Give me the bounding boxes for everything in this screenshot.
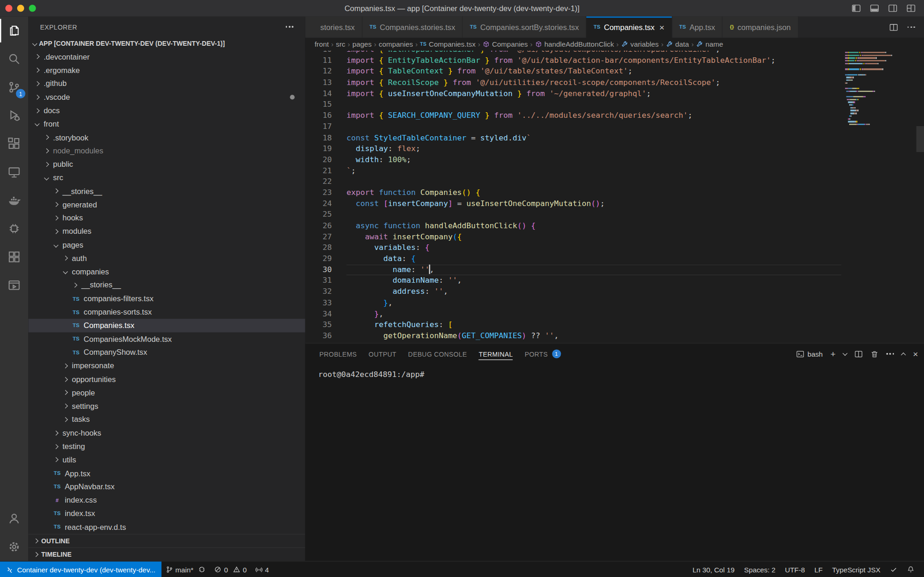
problems-indicator[interactable]: 0 0	[210, 562, 250, 577]
tree-file-App.tsx[interactable]: TSApp.tsx	[28, 467, 305, 480]
toggle-panel-icon[interactable]	[870, 4, 879, 13]
split-terminal-icon[interactable]	[854, 350, 863, 358]
tree-folder-.storybook[interactable]: .storybook	[28, 131, 305, 144]
tree-folder-people[interactable]: people	[28, 386, 305, 399]
tab-Companies.tsx[interactable]: TSCompanies.tsx×	[587, 17, 672, 38]
language-indicator[interactable]: TypeScript JSX	[827, 562, 885, 577]
source-control-activity-button[interactable]: 1	[0, 73, 28, 101]
search-activity-button[interactable]	[0, 45, 28, 73]
explorer-more-actions-icon[interactable]	[286, 26, 293, 27]
tree-file-react-app-env.d.ts[interactable]: TSreact-app-env.d.ts	[28, 520, 305, 534]
close-window-button[interactable]	[5, 5, 12, 12]
tree-folder-.github[interactable]: .github	[28, 77, 305, 91]
breadcrumb-variables[interactable]: variables	[621, 40, 659, 49]
tree-folder-companies[interactable]: companies	[28, 265, 305, 279]
minimize-window-button[interactable]	[17, 5, 24, 12]
timeline-section-header[interactable]: TIMELINE	[28, 547, 305, 561]
settings-activity-button[interactable]	[0, 533, 28, 561]
panel-tab-problems[interactable]: PROBLEMS	[314, 344, 363, 364]
run-debug-activity-button[interactable]	[0, 101, 28, 129]
tree-folder-utils[interactable]: utils	[28, 453, 305, 467]
explorer-activity-button[interactable]	[0, 17, 28, 45]
customize-layout-icon[interactable]	[906, 4, 916, 13]
tree-folder-public[interactable]: public	[28, 158, 305, 171]
code-line-29[interactable]: 29 data: {	[305, 254, 924, 265]
tree-folder-auth[interactable]: auth	[28, 252, 305, 265]
zoom-window-button[interactable]	[29, 5, 36, 12]
code-line-17[interactable]: 17	[305, 121, 924, 133]
tree-folder-testing[interactable]: testing	[28, 440, 305, 453]
tab-Companies.sortBy.stories.tsx[interactable]: TSCompanies.sortBy.stories.tsx	[463, 17, 587, 38]
code-line-28[interactable]: 28 variables: {	[305, 243, 924, 254]
preview-extension-activity-button[interactable]	[0, 271, 28, 299]
tree-folder-.ergomake[interactable]: .ergomake	[28, 63, 305, 77]
code-line-10[interactable]: 10import { WithTopBarContainer } from '@…	[305, 51, 924, 55]
notifications-button[interactable]	[902, 562, 919, 577]
terminal-profile[interactable]: bash	[796, 350, 822, 358]
editor-scrollbar-thumb[interactable]	[916, 126, 924, 152]
breadcrumb-src[interactable]: src	[336, 40, 345, 49]
code-line-31[interactable]: 31 domainName: '',	[305, 275, 924, 286]
code-line-22[interactable]: 22	[305, 176, 924, 188]
maximize-panel-icon[interactable]	[901, 352, 906, 357]
code-line-18[interactable]: 18const StyledTableContainer = styled.di…	[305, 132, 924, 143]
tree-file-CompanyShow.tsx[interactable]: TSCompanyShow.tsx	[28, 346, 305, 359]
breadcrumb-pages[interactable]: pages	[353, 40, 372, 49]
code-line-23[interactable]: 23export function Companies() {	[305, 188, 924, 199]
tree-folder-.devcontainer[interactable]: .devcontainer	[28, 50, 305, 63]
toggle-secondary-sidebar-icon[interactable]	[888, 4, 897, 13]
code-line-15[interactable]: 15	[305, 99, 924, 110]
code-line-27[interactable]: 27 await insertCompany({	[305, 231, 924, 243]
tree-folder-generated[interactable]: generated	[28, 198, 305, 211]
tree-folder-src[interactable]: src	[28, 171, 305, 184]
tree-file-CompaniesMockMode.tsx[interactable]: TSCompaniesMockMode.tsx	[28, 332, 305, 346]
code-line-36[interactable]: 36 getOperationName(GET_COMPANIES) ?? ''…	[305, 330, 924, 341]
breadcrumb-handleAddButtonClick[interactable]: handleAddButtonClick	[535, 40, 614, 49]
tree-file-index.tsx[interactable]: TSindex.tsx	[28, 507, 305, 520]
code-line-14[interactable]: 14import { useInsertOneCompanyMutation }…	[305, 88, 924, 99]
tree-file-companies-sorts.tsx[interactable]: TScompanies-sorts.tsx	[28, 305, 305, 319]
breadcrumb-data[interactable]: data	[666, 40, 689, 49]
breadcrumb-name[interactable]: name	[696, 40, 723, 49]
close-tab-icon[interactable]: ×	[659, 23, 664, 31]
breadcrumb-front[interactable]: front	[315, 40, 329, 49]
tree-folder-modules[interactable]: modules	[28, 225, 305, 238]
tab-App.tsx[interactable]: TSApp.tsx	[672, 17, 723, 38]
code-line-21[interactable]: 21`;	[305, 165, 924, 176]
code-line-33[interactable]: 33 },	[305, 298, 924, 309]
panel-tab-output[interactable]: OUTPUT	[363, 344, 402, 364]
code-line-13[interactable]: 13import { RecoilScope } from '@/ui/util…	[305, 77, 924, 88]
tree-file-AppNavbar.tsx[interactable]: TSAppNavbar.tsx	[28, 480, 305, 493]
close-panel-icon[interactable]: ×	[913, 349, 918, 358]
extensions-activity-button[interactable]	[0, 130, 28, 158]
grid-extension-activity-button[interactable]	[0, 243, 28, 271]
code-line-20[interactable]: 20 width: 100%;	[305, 154, 924, 165]
code-line-24[interactable]: 24 const [insertCompany] = useInsertOneC…	[305, 198, 924, 209]
tree-folder-sync-hooks[interactable]: sync-hooks	[28, 426, 305, 440]
tree-folder-settings[interactable]: settings	[28, 399, 305, 413]
code-line-12[interactable]: 12import { TableContext } from '@/ui/tab…	[305, 66, 924, 77]
tab-stories.tsx[interactable]: stories.tsx	[305, 17, 363, 38]
code-line-19[interactable]: 19 display: flex;	[305, 143, 924, 154]
code-line-26[interactable]: 26 async function handleAddButtonClick()…	[305, 220, 924, 231]
eol-indicator[interactable]: LF	[809, 562, 827, 577]
tree-file-index.css[interactable]: #index.css	[28, 493, 305, 507]
tree-folder-front[interactable]: front	[28, 117, 305, 131]
tab-Companies.stories.tsx[interactable]: TSCompanies.stories.tsx	[362, 17, 462, 38]
tree-folder-tasks[interactable]: tasks	[28, 413, 305, 426]
tree-folder-docs[interactable]: docs	[28, 104, 305, 117]
tree-file-Companies.tsx[interactable]: TSCompanies.tsx	[28, 319, 305, 332]
panel-more-actions-icon[interactable]	[886, 353, 894, 354]
minimap[interactable]	[845, 52, 916, 126]
kill-terminal-icon[interactable]	[870, 350, 879, 358]
formatter-status[interactable]	[885, 562, 902, 577]
cursor-position-indicator[interactable]: Ln 30, Col 19	[688, 562, 739, 577]
tree-file-companies-filters.tsx[interactable]: TScompanies-filters.tsx	[28, 292, 305, 305]
terminal-output[interactable]: root@0a42ecd84891:/app#	[305, 364, 924, 561]
code-editor[interactable]: 10import { WithTopBarContainer } from '@…	[305, 51, 924, 343]
code-line-34[interactable]: 34 },	[305, 309, 924, 320]
panel-tab-ports[interactable]: PORTS1	[519, 344, 567, 364]
docker-activity-button[interactable]	[0, 186, 28, 214]
outline-section-header[interactable]: OUTLINE	[28, 534, 305, 547]
tab-companies.json[interactable]: {}companies.json	[723, 17, 798, 38]
